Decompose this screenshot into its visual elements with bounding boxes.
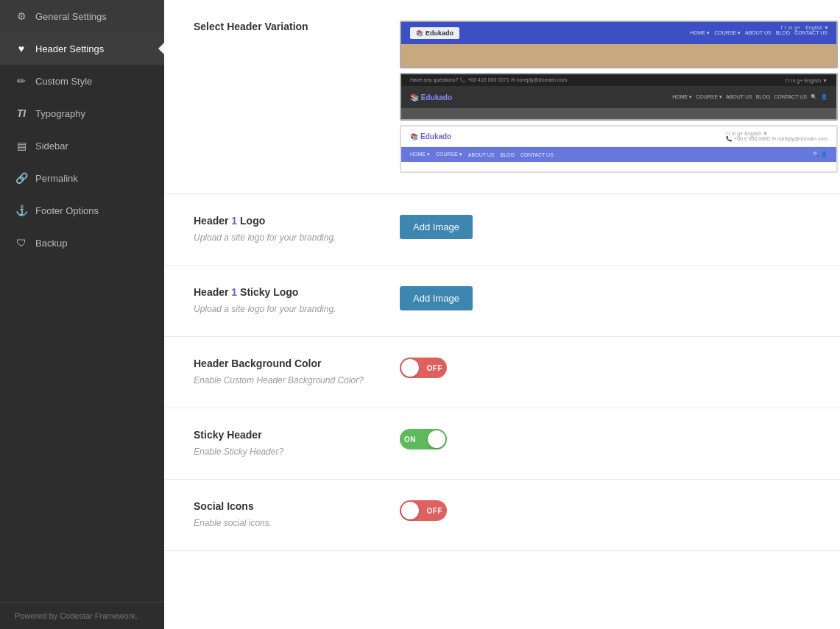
header-thumb-1[interactable]: fting+ English ▼ 📚Edukado HOME ▾ COURSE … xyxy=(400,21,838,68)
sidebar-item-label: Typography xyxy=(35,108,85,119)
toggle-label: OFF xyxy=(427,364,443,372)
section-header-1-sticky-logo: Header 1 Sticky Logo Upload a site logo … xyxy=(164,266,840,337)
sidebar-item-sidebar[interactable]: ▤ Sidebar xyxy=(0,129,164,162)
thumb3-logo: 📚Edukado xyxy=(410,132,451,141)
link-icon: 🔗 xyxy=(15,172,28,184)
add-image-button-logo[interactable]: Add Image xyxy=(400,215,473,239)
thumb1-nav: HOME ▾ COURSE ▾ ABOUT US BLOG CONTACT US xyxy=(690,30,827,36)
section-description: Upload a site logo for your branding. xyxy=(194,231,378,244)
toggle-social-icons[interactable]: OFF xyxy=(400,500,447,521)
section-description: Upload a site logo for your branding. xyxy=(194,302,378,316)
section-header-1-logo: Header 1 Logo Upload a site logo for you… xyxy=(164,194,840,266)
gear-icon: ⚙ xyxy=(15,10,28,22)
header-variations: fting+ English ▼ 📚Edukado HOME ▾ COURSE … xyxy=(400,21,838,173)
section-title: Header Background Color xyxy=(194,358,378,369)
section-description: Enable social icons. xyxy=(194,516,378,530)
sidebar-item-label: Sidebar xyxy=(35,141,68,152)
section-sticky-header: Sticky Header Enable Sticky Header? ON xyxy=(164,408,840,480)
section-control: OFF xyxy=(400,358,811,378)
sidebar-item-backup[interactable]: 🛡 Backup xyxy=(0,227,164,259)
sidebar-item-label: Header Settings xyxy=(35,43,104,54)
header-thumb-2[interactable]: Have any questions? 📞 +00 415 000 0071 ✉… xyxy=(400,73,838,121)
sidebar-item-typography[interactable]: TI Typography xyxy=(0,97,164,129)
thumb3-nav-bar: HOME ▾ COURSE ▾ ABOUT US BLOG CONTACT US… xyxy=(401,147,836,162)
sidebar-item-general-settings[interactable]: ⚙ General Settings xyxy=(0,0,164,32)
thumb3-top-bar: 📚Edukado f t in g+ English ▼ 📞 +00 0 000… xyxy=(401,127,836,147)
thumb1-logo: 📚Edukado xyxy=(410,27,459,39)
section-label: Social Icons Enable social icons. xyxy=(194,500,378,530)
sidebar-item-label: Backup xyxy=(35,238,67,249)
thumb2-nav-bar: 📚 Edukado HOME ▾ COURSE ▾ ABOUT US BLOG … xyxy=(401,86,836,108)
section-label: Select Header Variation xyxy=(194,21,378,37)
toggle-label: ON xyxy=(404,436,416,444)
section-title: Sticky Header xyxy=(194,429,378,441)
section-control: ON xyxy=(400,429,811,449)
thumb1-nav-bar: 📚Edukado HOME ▾ COURSE ▾ ABOUT US BLOG C… xyxy=(401,22,836,44)
section-label: Header 1 Logo Upload a site logo for you… xyxy=(194,215,378,244)
section-title: Header 1 Sticky Logo xyxy=(194,286,378,298)
section-title: Select Header Variation xyxy=(194,21,378,32)
section-select-header-variation: Select Header Variation fting+ English ▼… xyxy=(164,0,840,194)
section-label: Header 1 Sticky Logo Upload a site logo … xyxy=(194,286,378,316)
sidebar-item-header-settings[interactable]: ♥ Header Settings xyxy=(0,32,164,65)
toggle-label: OFF xyxy=(427,507,443,515)
toggle-knob xyxy=(401,359,419,377)
section-header-background-color: Header Background Color Enable Custom He… xyxy=(164,337,840,408)
section-description: Enable Custom Header Background Color? xyxy=(194,374,378,387)
sidebar: ⚙ General Settings ♥ Header Settings ✏ C… xyxy=(0,0,164,629)
section-label: Sticky Header Enable Sticky Header? xyxy=(194,429,378,458)
thumb2-top-bar: Have any questions? 📞 +00 415 000 0071 ✉… xyxy=(401,74,836,86)
sidebar-item-custom-style[interactable]: ✏ Custom Style xyxy=(0,65,164,97)
pencil-icon: ✏ xyxy=(15,75,28,87)
section-control: Add Image xyxy=(400,215,811,239)
add-image-button-sticky-logo[interactable]: Add Image xyxy=(400,286,473,310)
sidebar-item-label: Custom Style xyxy=(35,76,92,87)
sidebar-footer: Powered by Codestar Framework. xyxy=(0,602,164,629)
section-title: Header 1 Logo xyxy=(194,215,378,227)
typography-icon: TI xyxy=(15,107,28,119)
thumb2-nav: HOME ▾ COURSE ▾ ABOUT US BLOG CONTACT US… xyxy=(672,94,827,100)
section-social-icons: Social Icons Enable social icons. OFF xyxy=(164,480,840,551)
sidebar-item-permalink[interactable]: 🔗 Permalink xyxy=(0,162,164,194)
toggle-sticky-header[interactable]: ON xyxy=(400,429,447,449)
sidebar-item-label: Permalink xyxy=(35,173,78,184)
heart-icon: ♥ xyxy=(15,43,28,54)
thumb3-contact: f t in g+ English ▼ 📞 +00 0 000 0000 ✉ n… xyxy=(726,131,827,142)
main-content: Select Header Variation fting+ English ▼… xyxy=(164,0,840,629)
section-control: Add Image xyxy=(400,286,811,310)
toggle-knob xyxy=(428,430,445,448)
sidebar-item-label: General Settings xyxy=(35,11,107,22)
shield-icon: 🛡 xyxy=(15,237,28,249)
section-title: Social Icons xyxy=(194,500,378,512)
section-control: fting+ English ▼ 📚Edukado HOME ▾ COURSE … xyxy=(400,21,838,173)
thumb1-social: fting+ English ▼ xyxy=(781,25,829,30)
toggle-header-bg-color[interactable]: OFF xyxy=(400,358,447,378)
sidebar-icon: ▤ xyxy=(15,140,28,152)
toggle-knob xyxy=(401,502,419,519)
section-description: Enable Sticky Header? xyxy=(194,445,378,458)
header-thumb-3[interactable]: 📚Edukado f t in g+ English ▼ 📞 +00 0 000… xyxy=(400,125,838,173)
sidebar-item-label: Footer Options xyxy=(35,205,99,216)
sidebar-item-footer-options[interactable]: ⚓ Footer Options xyxy=(0,194,164,227)
section-label: Header Background Color Enable Custom He… xyxy=(194,358,378,387)
thumb2-logo: 📚 Edukado xyxy=(410,93,452,102)
section-control: OFF xyxy=(400,500,811,521)
anchor-icon: ⚓ xyxy=(15,205,28,216)
